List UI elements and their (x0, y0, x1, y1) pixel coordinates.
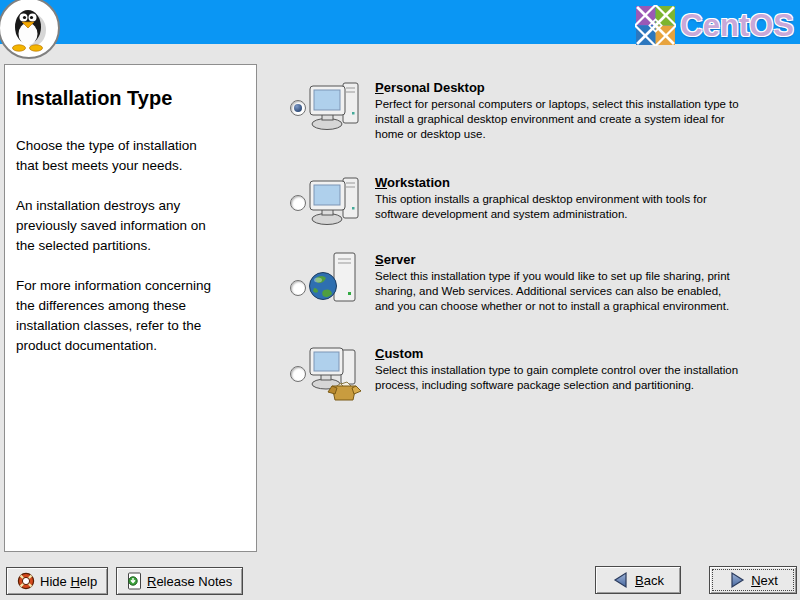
tux-logo (0, 0, 60, 59)
back-label: Back (635, 573, 664, 588)
option-description: Select this installation type if you wou… (375, 269, 793, 314)
server-radio[interactable] (290, 280, 306, 296)
personal-desktop-radio[interactable] (290, 100, 306, 116)
install-type-options: Personal Desktop Perfect for personal co… (288, 0, 793, 560)
workstation-radio[interactable] (290, 195, 306, 211)
help-paragraph: Choose the type of installation that bes… (16, 136, 244, 176)
centos-star-icon (635, 5, 676, 46)
release-notes-icon (127, 572, 142, 590)
installer-window: CentOS Installation Type Choose the type… (0, 0, 800, 600)
tux-penguin-icon (8, 4, 50, 52)
server-globe-icon (308, 250, 364, 308)
back-button[interactable]: Back (595, 566, 681, 594)
option-title[interactable]: Server (375, 252, 415, 267)
release-notes-button[interactable]: Release Notes (116, 567, 243, 595)
centos-logo: CentOS (635, 5, 794, 46)
help-paragraph: An installation destroys any previously … (16, 196, 244, 256)
brand-text: CentOS (680, 8, 794, 44)
option-description: Perfect for personal computers or laptop… (375, 97, 793, 142)
next-arrow-icon (728, 571, 746, 589)
hide-help-label: Hide Help (40, 574, 97, 589)
help-paragraph: For more information concerning the diff… (16, 276, 244, 356)
option-title[interactable]: Workstation (375, 175, 450, 190)
option-title[interactable]: Custom (375, 346, 423, 361)
option-description: This option installs a graphical desktop… (375, 192, 793, 222)
hide-help-button[interactable]: Hide Help (6, 567, 108, 595)
option-description: Select this installation type to gain co… (375, 363, 793, 393)
help-panel: Installation Type Choose the type of ins… (4, 64, 257, 552)
release-notes-label: Release Notes (147, 574, 232, 589)
next-button[interactable]: Next (709, 566, 797, 594)
back-arrow-icon (612, 571, 630, 589)
custom-radio[interactable] (290, 366, 306, 382)
workstation-computer-icon (308, 173, 364, 231)
page-title: Installation Type (16, 87, 244, 110)
next-label: Next (751, 573, 778, 588)
life-ring-icon (17, 572, 35, 590)
desktop-computer-icon (308, 78, 364, 136)
option-title[interactable]: Personal Desktop (375, 80, 485, 95)
custom-box-icon (308, 344, 364, 402)
